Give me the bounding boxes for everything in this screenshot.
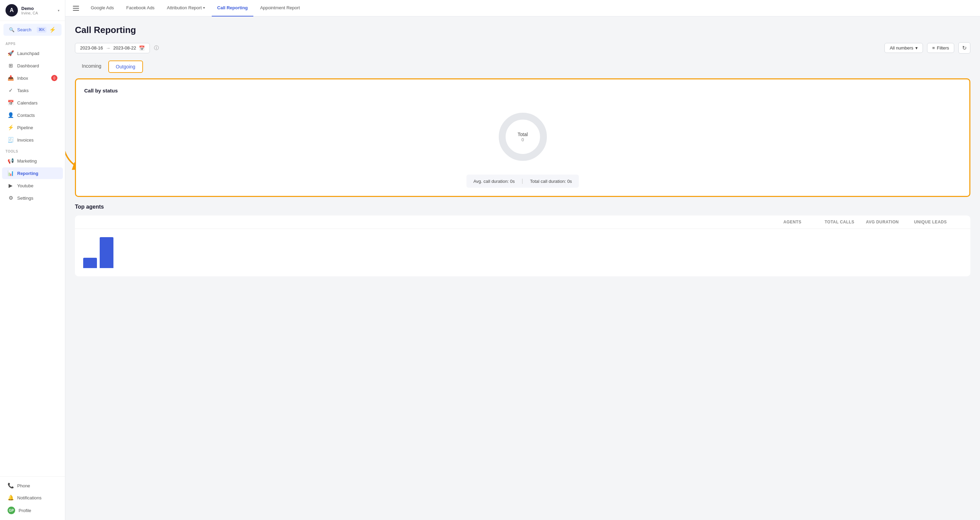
refresh-button[interactable]: ↻ bbox=[958, 42, 970, 54]
lightning-icon: ⚡ bbox=[49, 27, 56, 33]
sidebar-item-label: Profile bbox=[19, 508, 31, 513]
sidebar-item-label: Marketing bbox=[17, 159, 37, 164]
col-avg-duration: Total calls bbox=[825, 219, 866, 224]
tab-outgoing[interactable]: Outgoing bbox=[108, 60, 143, 73]
calendars-icon: 📅 bbox=[8, 100, 14, 106]
chevron-down-icon: ▾ bbox=[203, 6, 205, 10]
sidebar-item-phone[interactable]: 📞 Phone bbox=[2, 480, 63, 491]
arrow-right-icon: → bbox=[106, 45, 111, 51]
phone-icon: 📞 bbox=[8, 483, 14, 489]
sidebar-item-notifications[interactable]: 🔔 Notifications bbox=[2, 492, 63, 504]
col-total-calls: Agents bbox=[783, 219, 825, 224]
sidebar: A Demo Irvine, CA ▾ 🔍 Search ⌘K ⚡ Apps 🚀… bbox=[0, 0, 65, 520]
tools-section-label: Tools bbox=[0, 146, 65, 155]
agents-table: Agents Total calls Avg Duration Unique l… bbox=[75, 215, 970, 276]
sidebar-item-profile[interactable]: GP Profile bbox=[2, 504, 63, 517]
sidebar-item-youtube[interactable]: ▶ Youtube bbox=[2, 180, 63, 191]
donut-chart: Total 0 bbox=[495, 109, 550, 164]
call-by-status-card: Call by status Total 0 Avg. call duratio… bbox=[75, 78, 970, 197]
main-content: Google Ads Facebook Ads Attribution Repo… bbox=[65, 0, 980, 520]
tab-incoming[interactable]: Incoming bbox=[75, 60, 108, 73]
tasks-icon: ✓ bbox=[8, 87, 14, 94]
tab-attribution-report[interactable]: Attribution Report ▾ bbox=[162, 0, 210, 16]
col-extra: Unique leads bbox=[914, 219, 962, 224]
hamburger-menu[interactable] bbox=[71, 4, 81, 13]
marketing-icon: 📢 bbox=[8, 158, 14, 164]
chevron-down-icon[interactable]: ▾ bbox=[58, 9, 59, 13]
search-icon: 🔍 bbox=[9, 27, 14, 32]
sidebar-logo: A Demo Irvine, CA ▾ bbox=[0, 0, 65, 21]
tab-google-ads[interactable]: Google Ads bbox=[85, 0, 119, 16]
all-numbers-button[interactable]: All numbers ▾ bbox=[885, 43, 923, 53]
sidebar-item-inbox[interactable]: 📥 Inbox 0 bbox=[2, 72, 63, 84]
sidebar-item-launchpad[interactable]: 🚀 Launchpad bbox=[2, 48, 63, 59]
user-location: Irvine, CA bbox=[21, 11, 58, 15]
sidebar-item-label: Contacts bbox=[17, 113, 35, 118]
top-agents-title: Top agents bbox=[75, 204, 970, 210]
page-content: Call Reporting 2023-08-16 → 2023-08-22 📅… bbox=[65, 16, 980, 520]
info-icon[interactable]: ⓘ bbox=[154, 45, 159, 51]
sidebar-item-label: Phone bbox=[17, 483, 30, 488]
sidebar-item-label: Launchpad bbox=[17, 51, 39, 56]
date-to: 2023-08-22 bbox=[113, 45, 137, 51]
sidebar-item-marketing[interactable]: 📢 Marketing bbox=[2, 155, 63, 167]
inbox-icon: 📥 bbox=[8, 75, 14, 81]
filter-icon: ≡ bbox=[932, 45, 935, 51]
dashboard-icon: ⊞ bbox=[8, 62, 14, 69]
pipeline-icon: ⚡ bbox=[8, 124, 14, 130]
search-button[interactable]: 🔍 Search ⌘K ⚡ bbox=[3, 24, 62, 36]
total-call-duration: Total call duration: 0s bbox=[530, 179, 572, 184]
date-filter-row: 2023-08-16 → 2023-08-22 📅 ⓘ All numbers … bbox=[75, 42, 970, 54]
sidebar-item-settings[interactable]: ⚙ Settings bbox=[2, 192, 63, 204]
sidebar-item-tasks[interactable]: ✓ Tasks bbox=[2, 84, 63, 96]
sidebar-item-pipeline[interactable]: ⚡ Pipeline bbox=[2, 122, 63, 134]
donut-total-label: Total bbox=[518, 132, 528, 137]
date-range-picker[interactable]: 2023-08-16 → 2023-08-22 📅 bbox=[75, 43, 150, 53]
tab-call-reporting[interactable]: Call Reporting bbox=[212, 0, 253, 16]
sidebar-item-dashboard[interactable]: ⊞ Dashboard bbox=[2, 60, 63, 72]
contacts-icon: 👤 bbox=[8, 112, 14, 118]
invoices-icon: 🧾 bbox=[8, 137, 14, 143]
filters-button[interactable]: ≡ Filters bbox=[927, 43, 954, 53]
user-info: Demo Irvine, CA bbox=[21, 6, 58, 15]
profile-avatar: GP bbox=[8, 507, 15, 514]
settings-icon: ⚙ bbox=[8, 195, 14, 201]
donut-total-value: 0 bbox=[518, 137, 528, 142]
col-unique-leads: Avg Duration bbox=[866, 219, 914, 224]
sidebar-item-label: Notifications bbox=[17, 495, 41, 501]
donut-center: Total 0 bbox=[518, 132, 528, 142]
launchpad-icon: 🚀 bbox=[8, 50, 14, 56]
chart-bar bbox=[100, 237, 113, 268]
avatar: A bbox=[5, 4, 18, 16]
sidebar-item-label: Youtube bbox=[17, 183, 33, 188]
sidebar-item-invoices[interactable]: 🧾 Invoices bbox=[2, 134, 63, 146]
reporting-icon: 📊 bbox=[8, 170, 14, 176]
sidebar-item-label: Pipeline bbox=[17, 125, 33, 130]
sidebar-item-reporting[interactable]: 📊 Reporting bbox=[2, 167, 63, 179]
apps-section-label: Apps bbox=[0, 38, 65, 47]
sidebar-item-label: Calendars bbox=[17, 100, 37, 105]
notifications-icon: 🔔 bbox=[8, 495, 14, 501]
chart-bar bbox=[83, 258, 97, 268]
avg-call-duration: Avg. call duration: 0s bbox=[473, 179, 515, 184]
inbox-badge: 0 bbox=[51, 75, 57, 81]
agents-chart-area bbox=[75, 229, 970, 276]
sidebar-item-contacts[interactable]: 👤 Contacts bbox=[2, 109, 63, 121]
agents-table-header: Agents Total calls Avg Duration Unique l… bbox=[75, 215, 970, 229]
sidebar-item-label: Invoices bbox=[17, 137, 34, 143]
divider: | bbox=[522, 178, 523, 184]
call-by-status-wrapper: Call by status Total 0 Avg. call duratio… bbox=[75, 78, 970, 197]
tab-facebook-ads[interactable]: Facebook Ads bbox=[121, 0, 160, 16]
sidebar-bottom: 📞 Phone 🔔 Notifications GP Profile bbox=[0, 476, 65, 520]
filters-right: All numbers ▾ ≡ Filters ↻ bbox=[885, 42, 970, 54]
call-by-status-title: Call by status bbox=[84, 87, 961, 94]
sidebar-item-label: Reporting bbox=[17, 171, 38, 176]
sidebar-item-calendars[interactable]: 📅 Calendars bbox=[2, 97, 63, 109]
sidebar-item-label: Inbox bbox=[17, 76, 28, 81]
date-from: 2023-08-16 bbox=[80, 45, 103, 51]
calendar-icon[interactable]: 📅 bbox=[139, 45, 145, 51]
tab-appointment-report[interactable]: Appointment Report bbox=[255, 0, 305, 16]
content-tabs: Incoming Outgoing bbox=[75, 60, 970, 73]
sidebar-item-label: Settings bbox=[17, 196, 33, 201]
youtube-icon: ▶ bbox=[8, 183, 14, 189]
